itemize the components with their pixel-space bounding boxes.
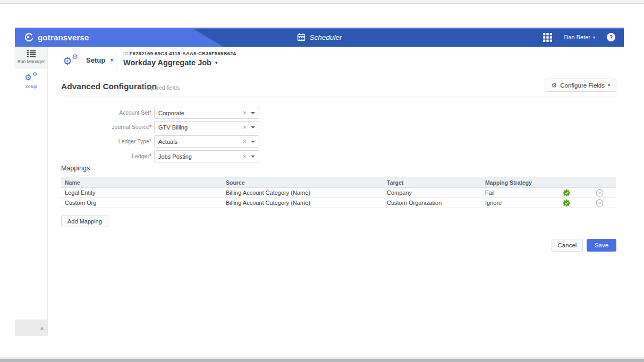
column-header-source: Source <box>222 179 383 186</box>
page: gotransverse Scheduler <box>0 0 644 362</box>
clear-icon[interactable]: × <box>243 109 247 117</box>
mappings-title: Mappings <box>61 165 90 172</box>
mapping-target: Custom Organization <box>383 200 481 206</box>
setup-gears-icon: ⚙ ⚙ <box>25 72 38 82</box>
required-fields-note: *Required fields <box>139 84 180 91</box>
form-row-ledger: Ledger* Jobs Posting × <box>48 150 624 162</box>
setup-dropdown[interactable]: ⚙ ⚙ Setup ▾ <box>63 53 113 67</box>
column-header-name: Name <box>61 179 222 186</box>
user-name: Dan Beter <box>564 34 590 40</box>
clear-icon[interactable]: × <box>243 124 247 131</box>
id-value: F6782169-69C3-4115-AAA5-CB36F565B624 <box>130 50 236 56</box>
column-header-strategy: Mapping Strategy <box>481 179 550 186</box>
clear-icon[interactable]: × <box>243 138 247 145</box>
configure-fields-button[interactable]: ⚙ Configure Fields ▾ <box>545 79 616 92</box>
app-window: gotransverse Scheduler <box>15 28 624 336</box>
selected-value: Corporate <box>158 110 243 116</box>
brand-name: gotransverse <box>38 33 89 42</box>
clear-icon[interactable]: × <box>243 153 247 160</box>
setup-gears-icon: ⚙ ⚙ <box>63 53 79 67</box>
field-label: Ledger* <box>48 153 151 159</box>
field-label: Ledger Type* <box>48 138 151 144</box>
app-header: gotransverse Scheduler <box>15 28 624 47</box>
browser-top-strip <box>0 0 644 4</box>
help-button[interactable]: ? <box>607 33 615 41</box>
mapping-strategy: Fail <box>481 189 550 196</box>
mapping-name: Legal Entity <box>61 189 222 196</box>
mapping-strategy: Ignore <box>481 200 550 206</box>
chevron-down-icon: ▾ <box>608 83 610 88</box>
form-row-journal-source: Journal Source* GTV Billing × <box>48 121 624 133</box>
configure-mapping-button[interactable] <box>550 189 582 197</box>
apps-grid-icon[interactable] <box>543 33 552 42</box>
save-button[interactable]: Save <box>587 239 616 252</box>
remove-mapping-button[interactable] <box>582 199 616 207</box>
collapse-icon: « <box>40 325 44 331</box>
chevron-down-icon[interactable] <box>251 141 255 143</box>
sidebar-item-label: Run Manager <box>18 59 45 64</box>
browser-bottom-strip <box>0 357 644 362</box>
required-marker: * <box>149 124 151 130</box>
selected-value: Actuals <box>158 139 243 145</box>
table-header-row: Name Source Target Mapping Strategy <box>61 177 616 188</box>
job-title: Workday Aggregate Job <box>123 58 211 67</box>
id-label: ID <box>123 51 128 56</box>
selected-value: Jobs Posting <box>158 153 243 160</box>
configure-mapping-button[interactable] <box>550 199 582 207</box>
mapping-target: Company <box>383 189 481 196</box>
brand-logo: gotransverse <box>24 32 89 42</box>
run-manager-list-icon <box>27 50 36 57</box>
cancel-button[interactable]: Cancel <box>552 239 583 252</box>
configure-fields-label: Configure Fields <box>560 82 605 89</box>
form-row-ledger-type: Ledger Type* Actuals × <box>48 135 624 148</box>
column-header-target: Target <box>383 179 481 186</box>
table-row: Legal Entity Billing Account Category (N… <box>61 188 616 198</box>
selected-value: GTV Billing <box>158 124 243 131</box>
mappings-table: Name Source Target Mapping Strategy Lega… <box>61 177 616 208</box>
gear-icon: ⚙ <box>551 82 557 89</box>
sidebar-item-label: Setup <box>25 84 37 89</box>
chevron-down-icon: ▾ <box>215 60 218 65</box>
chevron-down-icon[interactable] <box>251 126 255 128</box>
remove-mapping-button[interactable] <box>582 189 616 197</box>
ledger-select[interactable]: Jobs Posting × <box>154 150 259 162</box>
user-menu[interactable]: Dan Beter ▾ <box>564 34 595 40</box>
green-gear-check-icon <box>563 189 571 197</box>
setup-dropdown-label: Setup <box>86 56 105 64</box>
sidebar: Run Manager ⚙ ⚙ Setup « <box>15 47 48 336</box>
sidebar-collapse-button[interactable]: « <box>15 320 47 336</box>
toolbar-divider <box>116 51 116 70</box>
main-content: ⚙ ⚙ Setup ▾ ID F6782169-69C3-4115-AAA5-C… <box>48 47 624 336</box>
required-marker: * <box>149 138 151 144</box>
app-title: Scheduler <box>310 33 342 41</box>
required-marker: * <box>139 84 141 91</box>
green-gear-check-icon <box>563 199 571 207</box>
gotransverse-logo-icon <box>24 32 34 42</box>
chevron-down-icon: ▾ <box>593 35 595 40</box>
journal-source-select[interactable]: GTV Billing × <box>154 121 259 133</box>
mapping-name: Custom Org <box>61 200 222 206</box>
job-title-dropdown[interactable]: Workday Aggregate Job ▾ <box>123 58 218 67</box>
required-marker: * <box>149 109 151 116</box>
ledger-type-select[interactable]: Actuals × <box>154 135 259 148</box>
field-label: Account Set* <box>48 109 151 116</box>
mapping-source: Billing Account Category (Name) <box>222 200 383 206</box>
form-row-account-set: Account Set* Corporate × <box>48 107 624 119</box>
sidebar-item-run-manager[interactable]: Run Manager <box>15 47 47 68</box>
chevron-down-icon[interactable] <box>251 156 255 158</box>
job-id-line: ID F6782169-69C3-4115-AAA5-CB36F565B624 <box>123 50 236 56</box>
mapping-source: Billing Account Category (Name) <box>222 189 383 196</box>
add-mapping-button[interactable]: Add Mapping <box>61 215 108 227</box>
account-set-select[interactable]: Corporate × <box>154 107 259 119</box>
job-toolbar: ⚙ ⚙ Setup ▾ ID F6782169-69C3-4115-AAA5-C… <box>48 47 624 74</box>
chevron-down-icon[interactable] <box>251 112 255 114</box>
calendar-icon <box>297 33 306 41</box>
heading-divider <box>61 97 616 97</box>
field-label: Journal Source* <box>48 124 151 130</box>
help-icon: ? <box>609 34 613 40</box>
chevron-down-icon: ▾ <box>111 57 113 63</box>
sidebar-item-setup[interactable]: ⚙ ⚙ Setup <box>15 68 47 93</box>
circle-x-icon <box>596 189 604 197</box>
table-row: Custom Org Billing Account Category (Nam… <box>61 198 616 208</box>
circle-x-icon <box>596 199 604 207</box>
